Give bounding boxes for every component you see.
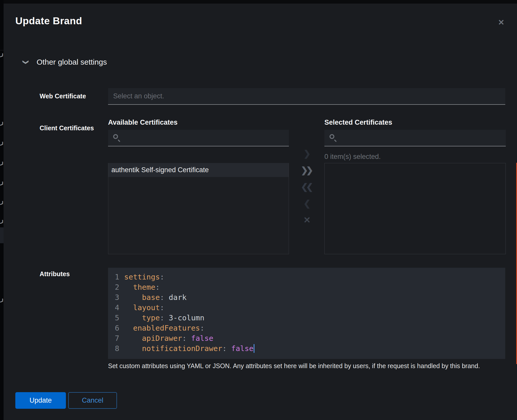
line-number: 6 bbox=[108, 324, 119, 332]
code-line[interactable]: 5 type: 3-column bbox=[108, 313, 505, 323]
code-line[interactable]: 2 theme: bbox=[108, 282, 505, 292]
line-number: 3 bbox=[108, 293, 119, 302]
chevron-right-icon: ❯ bbox=[0, 141, 4, 147]
attributes-label: Attributes bbox=[40, 270, 70, 278]
chevron-right-icon: ❯ bbox=[0, 297, 4, 304]
attributes-help-text: Set custom attributes using YAML or JSON… bbox=[108, 362, 491, 370]
move-selected-left-button[interactable]: ❮ bbox=[299, 196, 315, 211]
selected-search-box bbox=[324, 130, 506, 146]
code-text: layout: bbox=[119, 303, 164, 312]
search-icon bbox=[330, 134, 337, 142]
close-icon: ✕ bbox=[498, 19, 504, 26]
chevron-right-icon: ❯ bbox=[0, 180, 4, 187]
code-text: enabledFeatures: bbox=[119, 324, 204, 332]
search-icon bbox=[113, 134, 121, 142]
client-certificates-label: Client Certificates bbox=[40, 124, 94, 132]
chevron-right-icon: ❯ bbox=[0, 219, 4, 225]
code-line[interactable]: 7 apiDrawer: false bbox=[108, 333, 505, 343]
line-number: 1 bbox=[108, 273, 119, 281]
line-number: 5 bbox=[108, 313, 119, 322]
web-certificate-input[interactable] bbox=[108, 88, 505, 105]
double-chevron-left-icon: ❮❮ bbox=[301, 182, 313, 191]
web-certificate-label: Web Certificate bbox=[40, 92, 86, 100]
chevron-left-icon: ❮ bbox=[303, 199, 311, 208]
code-text: theme: bbox=[119, 283, 160, 291]
double-chevron-right-icon: ❯❯ bbox=[301, 166, 313, 174]
available-certificates-list: authentik Self-signed Certificate bbox=[108, 163, 289, 254]
move-selected-right-button[interactable]: ❯ bbox=[299, 146, 315, 161]
attributes-editor-lines: 1settings:2 theme:3 base: dark4 layout:5… bbox=[108, 272, 505, 354]
selected-certificates-list bbox=[324, 163, 506, 254]
close-button[interactable]: ✕ bbox=[494, 15, 509, 30]
selected-search-input[interactable] bbox=[337, 130, 506, 146]
chevron-right-icon: ❯ bbox=[0, 200, 4, 206]
active-nav-item-fragment bbox=[0, 227, 4, 243]
background-sidebar-strip: ❯ ❯ ❯ ❯ ❯ ❯ ❯ ❯ bbox=[0, 0, 4, 420]
code-line[interactable]: 6 enabledFeatures: bbox=[108, 323, 505, 333]
screen: ❯ ❯ ❯ ❯ ❯ ❯ ❯ ❯ Update Brand ✕ ❯ Other g… bbox=[0, 0, 517, 420]
code-line[interactable]: 3 base: dark bbox=[108, 292, 505, 302]
available-search-input[interactable] bbox=[121, 130, 289, 146]
update-button[interactable]: Update bbox=[15, 392, 66, 409]
chevron-right-icon: ❯ bbox=[0, 52, 4, 59]
page-title: Update Brand bbox=[15, 15, 82, 27]
code-line[interactable]: 4 layout: bbox=[108, 302, 505, 313]
available-certificates-heading: Available Certificates bbox=[108, 119, 178, 126]
cancel-button[interactable]: Cancel bbox=[68, 392, 117, 409]
divider bbox=[0, 50, 4, 50]
line-number: 8 bbox=[108, 344, 119, 353]
selected-count-status: 0 item(s) selected. bbox=[324, 153, 381, 161]
clear-selection-button[interactable]: ✕ bbox=[299, 213, 315, 227]
x-icon: ✕ bbox=[303, 216, 311, 224]
code-text: settings: bbox=[119, 273, 164, 281]
code-text: notificationDrawer: false bbox=[119, 344, 254, 353]
list-item-certificate[interactable]: authentik Self-signed Certificate bbox=[108, 163, 289, 177]
available-search-box bbox=[108, 130, 289, 146]
selected-certificates-heading: Selected Certificates bbox=[324, 119, 392, 126]
code-text: type: 3-column bbox=[119, 313, 204, 322]
code-line[interactable]: 1settings: bbox=[108, 272, 505, 282]
move-all-right-button[interactable]: ❯❯ bbox=[299, 163, 315, 177]
code-line[interactable]: 8 notificationDrawer: false bbox=[108, 343, 505, 354]
group-toggle-label: Other global settings bbox=[37, 58, 107, 66]
chevron-right-icon: ❯ bbox=[303, 149, 311, 158]
line-number: 7 bbox=[108, 334, 119, 343]
code-text: apiDrawer: false bbox=[119, 334, 213, 343]
attributes-editor[interactable]: 1settings:2 theme:3 base: dark4 layout:5… bbox=[108, 268, 505, 359]
chevron-down-icon: ❯ bbox=[22, 60, 29, 64]
text-cursor bbox=[254, 344, 254, 353]
code-text: base: dark bbox=[119, 293, 186, 302]
chevron-right-icon: ❯ bbox=[0, 160, 4, 167]
line-number: 2 bbox=[108, 283, 119, 291]
line-number: 4 bbox=[108, 303, 119, 312]
chevron-right-icon: ❯ bbox=[0, 121, 4, 127]
other-global-settings-toggle[interactable]: ❯ Other global settings bbox=[24, 58, 107, 66]
move-all-left-button[interactable]: ❮❮ bbox=[299, 180, 315, 194]
